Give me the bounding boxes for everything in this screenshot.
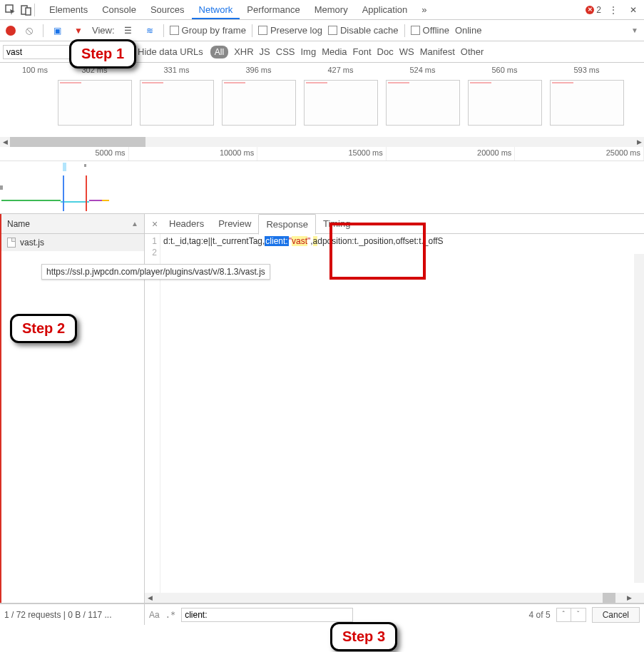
filter-categories: All XHR JS CSS Img Media Font Doc WS Man… [210,46,484,58]
divider [43,24,44,37]
network-toolbar: ⦸ ▣ ▼ View: ☰ ≋ Group by frame Preserve … [0,20,644,41]
tab-application[interactable]: Application [355,0,415,19]
tab-response[interactable]: Response [258,214,316,235]
filmstrip-frame[interactable] [468,80,542,126]
request-row-vast-js[interactable]: vast.js [1,234,144,251]
filter-img[interactable]: Img [300,46,316,57]
detail-tabs: × Headers Preview Response Timing [145,214,644,234]
kebab-menu-icon[interactable]: ⋮ [605,2,621,18]
filmstrip-scrollbar[interactable]: ◀ ▶ [0,137,644,147]
search-next-icon[interactable]: ˇ [571,608,586,621]
search-hit-selected: client: [265,236,288,246]
response-hscrollbar[interactable]: ◀ ▶ [145,593,644,603]
disable-cache-checkbox[interactable]: Disable cache [328,25,399,36]
sort-arrow-icon: ▲ [131,220,138,228]
tab-performance[interactable]: Performance [240,0,307,19]
capture-screenshots-icon[interactable]: ▣ [49,23,65,39]
filmstrip-frame[interactable] [58,80,132,126]
filmstrip-frame[interactable] [550,80,624,126]
search-input[interactable] [181,608,353,622]
record-button[interactable] [6,26,16,36]
scrollbar-thumb[interactable] [10,137,145,147]
filter-ws[interactable]: WS [399,46,414,57]
filter-all[interactable]: All [210,46,228,58]
vertical-scrollbar[interactable] [634,254,644,583]
preserve-log-checkbox[interactable]: Preserve log [258,25,322,36]
filter-media[interactable]: Media [322,46,347,57]
error-icon: ✕ [586,6,594,14]
regex-toggle[interactable]: .* [165,610,175,620]
error-count-badge[interactable]: ✕ 2 [586,5,601,15]
divider [404,24,405,37]
search-prev-icon[interactable]: ˆ [557,608,571,621]
filmstrip-frame[interactable] [304,80,378,126]
timeline-overview[interactable]: 5000 ms 10000 ms 15000 ms 20000 ms 25000… [0,147,644,214]
code-content: d:t._id,tag:e||t._currentTag,client:"vas… [160,234,644,593]
tab-preview[interactable]: Preview [211,214,258,233]
filter-toggle-icon[interactable]: ▼ [71,23,86,39]
view-label: View: [92,25,115,36]
annotation-step-1: Step 1 [69,39,136,68]
filter-js[interactable]: JS [260,46,270,57]
scroll-right-icon[interactable]: ▶ [634,137,644,147]
scroll-left-icon[interactable]: ◀ [145,593,155,603]
error-count-value: 2 [596,5,601,15]
filmstrip-tick: 100 ms [0,66,48,77]
close-detail-icon[interactable]: × [148,218,162,230]
tab-sources[interactable]: Sources [143,0,192,19]
filter-other[interactable]: Other [461,46,484,57]
tab-headers[interactable]: Headers [162,214,211,233]
group-by-frame-checkbox[interactable]: Group by frame [170,25,246,36]
tab-console[interactable]: Console [95,0,143,19]
offline-checkbox[interactable]: Offline [411,25,449,36]
timeline-tick: 25000 ms [515,147,644,161]
search-match-count: 4 of 5 [529,610,551,620]
filter-font[interactable]: Font [353,46,372,57]
tabs-overflow-icon[interactable]: » [414,0,434,19]
filmstrip-frame[interactable] [140,80,214,126]
chevron-down-icon[interactable]: ▼ [631,26,638,34]
request-filename: vast.js [20,238,44,248]
filmstrip-tick: 331 ms [136,66,218,77]
url-tooltip: https://ssl.p.jwpcdn.com/player/plugins/… [41,264,270,280]
filter-css[interactable]: CSS [276,46,295,57]
divider [34,4,35,16]
filmstrip-tick: 396 ms [218,66,300,77]
search-bar: Aa .* 4 of 5 ˆ ˇ Cancel [145,607,644,623]
filmstrip-tick: 593 ms [546,66,628,77]
name-column-header[interactable]: Name ▲ [1,214,144,234]
request-summary: 1 / 72 requests | 0 B / 117 ... [0,604,145,625]
scroll-right-icon[interactable]: ▶ [624,593,634,603]
line-gutter: 1 2 [145,234,160,593]
divider [252,24,252,37]
scrollbar-thumb[interactable] [603,593,615,603]
filter-doc[interactable]: Doc [377,46,394,57]
device-toolbar-icon[interactable] [19,2,34,18]
inspect-element-icon[interactable] [3,2,19,18]
tab-timing[interactable]: Timing [316,214,358,233]
file-icon [7,238,16,248]
network-split-view: Name ▲ vast.js × Headers Preview Respons… [0,214,644,603]
timeline-tick: 5000 ms [0,147,129,161]
close-devtools-icon[interactable]: ✕ [625,2,641,18]
large-rows-icon[interactable]: ☰ [121,23,136,39]
match-case-toggle[interactable]: Aa [149,610,160,620]
tab-memory[interactable]: Memory [307,0,355,19]
tab-network[interactable]: Network [192,0,240,19]
scroll-left-icon[interactable]: ◀ [0,137,10,147]
waterfall-view-icon[interactable]: ≋ [142,23,158,39]
cancel-button[interactable]: Cancel [592,607,640,623]
throttling-select[interactable]: Online [455,25,482,36]
filmstrip: 100 ms 302 ms 331 ms 396 ms 427 ms 524 m… [0,63,644,134]
filter-manifest[interactable]: Manifest [420,46,455,57]
hide-data-urls-checkbox[interactable]: Hide data URLs [126,46,203,57]
search-nav: ˆ ˇ [556,608,586,622]
tab-elements[interactable]: Elements [42,0,95,19]
filmstrip-frame[interactable] [222,80,296,126]
filter-xhr[interactable]: XHR [234,46,253,57]
svg-rect-2 [26,8,31,15]
response-code[interactable]: 1 2 d:t._id,tag:e||t._currentTag,client:… [145,234,644,593]
timeline-chart [0,161,644,213]
filmstrip-frame[interactable] [386,80,460,126]
clear-button[interactable]: ⦸ [21,23,37,39]
